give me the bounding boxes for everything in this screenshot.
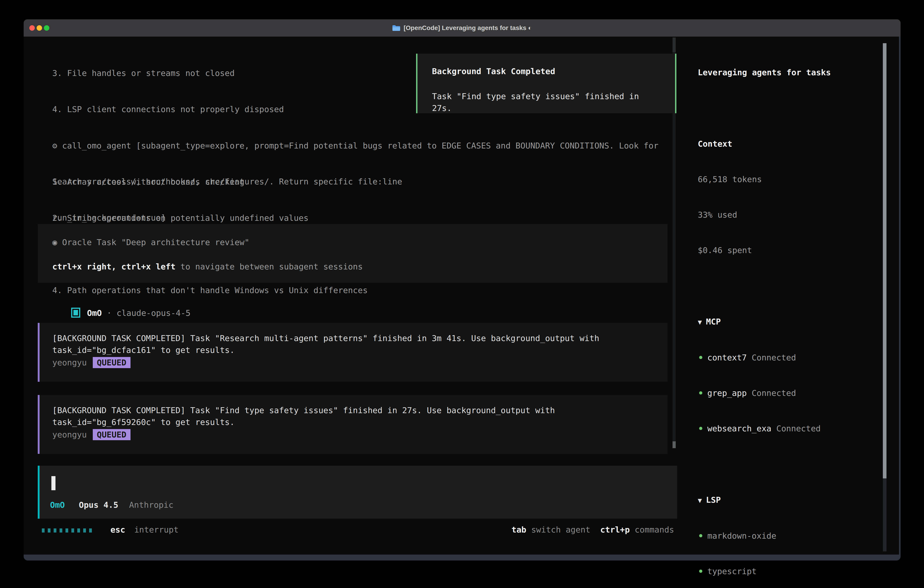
mcp-item: grep_app Connected [698, 387, 886, 399]
mcp-item-name: context7 [707, 353, 747, 362]
desktop: { "window": { "title": "[OpenCode] Lever… [0, 0, 924, 588]
context-used: 33% used [698, 209, 886, 221]
oracle-task-panel: ◉ Oracle Task "Deep architecture review"… [38, 224, 668, 283]
tab-key-hint: tab [512, 525, 526, 534]
context-tokens: 66,518 tokens [698, 173, 886, 185]
shortcut-left: ctrl+x left [116, 262, 175, 271]
lsp-item: typescript [698, 565, 886, 577]
statusbar-right: tab switch agent ctrl+p commands [512, 525, 674, 537]
model-selector-row[interactable]: OmO Opus 4.5 Anthropic [50, 500, 173, 510]
window-title: [OpenCode] Leveraging agents for tasks ◐ [404, 24, 532, 31]
lsp-heading: LSP [706, 495, 721, 505]
gear-icon: ⚙ [52, 141, 57, 150]
agent-name: OmO [87, 308, 102, 318]
agent-omo-icon [71, 308, 80, 318]
message-text: [BACKGROUND TASK COMPLETED] Task "Find t… [52, 405, 668, 416]
status-badge: QUEUED [93, 429, 130, 440]
oracle-title-line: ◉ Oracle Task "Deep architecture review" [52, 236, 668, 248]
gap [698, 458, 886, 471]
toast-title: Background Task Completed [432, 66, 660, 77]
gap [698, 280, 886, 292]
sidebar-scrollbar-thumb[interactable] [883, 43, 886, 478]
message-meta: yeongyu QUEUED [52, 429, 668, 441]
collapse-triangle-icon: ▼ [698, 495, 702, 506]
lsp-item-name: markdown-oxide [707, 531, 776, 540]
statusbar-left: esc interrupt [42, 525, 178, 537]
scrollback-line: 4. LSP client connections not properly d… [52, 103, 402, 115]
hint-text: to navigate between subagent sessions [175, 262, 363, 271]
mcp-item-name: grep_app [707, 388, 747, 398]
ctrlp-label: commands [635, 525, 674, 534]
text-cursor [51, 476, 56, 490]
message-text: task_id="bg_dcfac161" to get results. [52, 344, 668, 356]
tool-call-bullet: 1. Array access without bounds checking [52, 176, 658, 188]
status-badge: QUEUED [93, 357, 130, 368]
mcp-item-status [747, 353, 752, 362]
context-heading: Context [698, 138, 886, 150]
main-scrollbar-thumb[interactable] [673, 441, 676, 448]
tool-call-text: call_omo_agent [subagent_type=explore, p… [57, 141, 658, 150]
mcp-heading: MCP [706, 317, 721, 326]
message-author: yeongyu [52, 429, 87, 441]
mcp-section-header[interactable]: ▼MCP [698, 316, 886, 328]
esc-key-label: interrupt [134, 525, 178, 534]
collapse-triangle-icon: ▼ [698, 316, 702, 328]
tool-call-bullet: 2. String operations on potentially unde… [52, 212, 658, 224]
toast-body: Task "Find type safety issues" finished … [432, 91, 660, 114]
oracle-title: Oracle Task "Deep architecture review" [57, 238, 249, 247]
mcp-item: websearch_exa Connected [698, 423, 886, 434]
status-dot-icon [699, 427, 702, 430]
context-spent: $0.46 spent [698, 244, 886, 256]
ctrlp-key-hint: ctrl+p [600, 525, 630, 534]
input-agent-name: OmO [50, 500, 65, 510]
status-dot-icon [699, 534, 702, 537]
message-card: [BACKGROUND TASK COMPLETED] Task "Resear… [38, 323, 668, 382]
message-card: [BACKGROUND TASK COMPLETED] Task "Find t… [38, 395, 668, 454]
agent-model: claude-opus-4-5 [117, 308, 191, 318]
tool-call-line: ⚙ call_omo_agent [subagent_type=explore,… [52, 140, 658, 152]
mcp-item: context7 Connected [698, 352, 886, 363]
mcp-item-status [771, 424, 776, 433]
opencode-terminal-window: [OpenCode] Leveraging agents for tasks ◐… [24, 19, 901, 560]
background-task-toast[interactable]: Background Task Completed Task "Find typ… [416, 54, 676, 113]
shortcut-right: ctrl+x right, [52, 262, 116, 271]
record-icon: ◉ [52, 238, 57, 247]
main-scrollbar-cap [673, 38, 676, 52]
input-model-name: Opus 4.5 [79, 500, 118, 510]
session-title: Leveraging agents for tasks [698, 67, 886, 78]
lsp-item: markdown-oxide [698, 530, 886, 542]
oracle-hint-line: ctrl+x right, ctrl+x left to navigate be… [52, 261, 668, 273]
mcp-item-status-text: Connected [776, 424, 820, 433]
lsp-section-header[interactable]: ▼LSP [698, 494, 886, 506]
status-dot-icon [699, 570, 702, 573]
spacer [591, 525, 600, 534]
session-sidebar: Leveraging agents for tasks Context 66,5… [695, 36, 886, 588]
input-provider-name: Anthropic [129, 500, 173, 510]
agent-separator: · [102, 308, 117, 318]
prompt-input[interactable]: OmO Opus 4.5 Anthropic [38, 466, 677, 519]
gap [698, 102, 886, 114]
spacer2 [630, 525, 635, 534]
status-dot-icon [699, 356, 702, 359]
esc-key-hint: esc [111, 525, 125, 534]
mcp-item-name: websearch_exa [707, 424, 771, 433]
mcp-item-status-text: Connected [752, 388, 796, 398]
tab-key-label [526, 525, 531, 534]
tool-call-bullet: 4. Path operations that don't handle Win… [52, 284, 658, 296]
folder-icon [392, 25, 400, 31]
sidebar-scrollbar-track[interactable] [883, 478, 886, 552]
activity-dots [42, 525, 95, 534]
message-author: yeongyu [52, 357, 87, 368]
status-dot-icon [699, 391, 702, 395]
lsp-item-name: typescript [707, 567, 757, 576]
mcp-item-status-text: Connected [752, 353, 796, 362]
message-text: [BACKGROUND TASK COMPLETED] Task "Resear… [52, 332, 668, 344]
mcp-item-status [747, 388, 752, 398]
tab-label: switch agent [531, 525, 590, 534]
message-text: task_id="bg_6f59260c" to get results. [52, 416, 668, 428]
window-titlebar[interactable]: [OpenCode] Leveraging agents for tasks ◐ [24, 19, 901, 36]
message-meta: yeongyu QUEUED [52, 357, 668, 368]
window-title-row: [OpenCode] Leveraging agents for tasks ◐ [24, 19, 901, 36]
scrollback-line: 3. File handles or streams not closed [52, 67, 402, 79]
